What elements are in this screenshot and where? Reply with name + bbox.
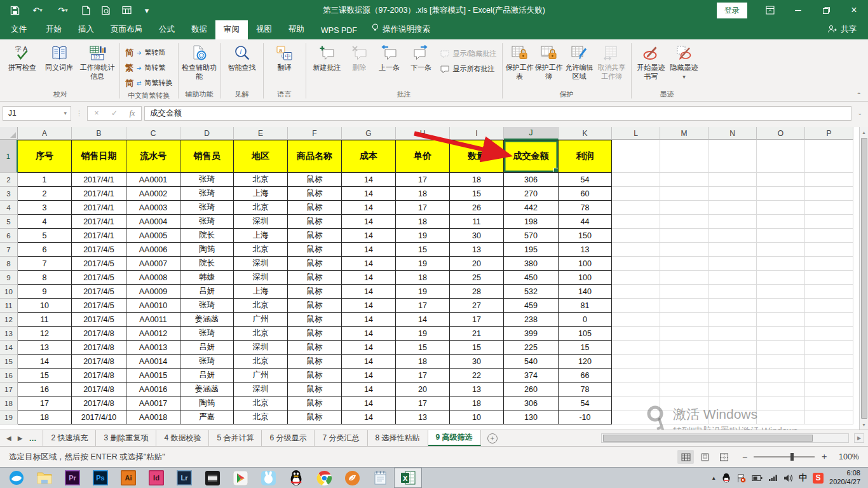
- close-button[interactable]: ×: [840, 0, 868, 20]
- cell-O16[interactable]: [757, 369, 805, 383]
- check-accessibility-button[interactable]: 检查辅助功能: [181, 42, 218, 83]
- cell-E13[interactable]: 北京: [234, 327, 288, 341]
- cell-D4[interactable]: 张琦: [180, 201, 234, 215]
- cell-K12[interactable]: 0: [559, 313, 612, 327]
- column-header-C[interactable]: C: [126, 127, 180, 140]
- taskbar-indesign[interactable]: Id: [142, 468, 170, 488]
- taskbar-chrome[interactable]: [310, 468, 338, 488]
- cell-D10[interactable]: 吕妍: [180, 285, 234, 299]
- cell-G14[interactable]: 14: [342, 341, 396, 355]
- cell-G9[interactable]: 14: [342, 271, 396, 285]
- cell-L7[interactable]: [612, 243, 660, 257]
- cell-N3[interactable]: [709, 187, 757, 201]
- cell-O17[interactable]: [757, 383, 805, 396]
- cell-A16[interactable]: 15: [18, 369, 72, 383]
- cell-B17[interactable]: 2017/4/8: [72, 383, 126, 396]
- row-header-16[interactable]: 16: [0, 369, 18, 383]
- taskbar-lightroom[interactable]: Lr: [170, 468, 198, 488]
- cell-F13[interactable]: 鼠标: [288, 327, 342, 341]
- cell-J13[interactable]: 399: [504, 327, 559, 341]
- protect-workbook-button[interactable]: 保护工作簿: [534, 42, 564, 83]
- cell-O6[interactable]: [757, 229, 805, 243]
- cell-A3[interactable]: 2: [18, 187, 72, 201]
- workbook-statistics-button[interactable]: 123 工作簿统计信息: [78, 42, 117, 83]
- tab-insert[interactable]: 插入: [70, 20, 102, 39]
- row-header-6[interactable]: 6: [0, 229, 18, 243]
- cell-H4[interactable]: 17: [396, 201, 450, 215]
- tell-me-search[interactable]: 操作说明搜索: [365, 20, 437, 39]
- cell-K17[interactable]: 78: [559, 383, 612, 396]
- cell-O2[interactable]: [757, 173, 805, 187]
- cell-B3[interactable]: 2017/4/1: [72, 187, 126, 201]
- cell-M13[interactable]: [660, 327, 709, 341]
- tray-network-icon[interactable]: [768, 474, 778, 482]
- cell-K10[interactable]: 140: [559, 285, 612, 299]
- cell-P8[interactable]: [805, 257, 853, 271]
- page-layout-view-icon[interactable]: [696, 450, 713, 464]
- cell-L2[interactable]: [612, 173, 660, 187]
- cell-C1[interactable]: 流水号: [126, 140, 180, 173]
- cell-P10[interactable]: [805, 285, 853, 299]
- cell-J19[interactable]: 130: [504, 410, 559, 424]
- row-header-9[interactable]: 9: [0, 271, 18, 285]
- cell-C9[interactable]: AA0008: [126, 271, 180, 285]
- row-header-14[interactable]: 14: [0, 341, 18, 355]
- name-box[interactable]: J1 ▾: [3, 106, 71, 121]
- cell-G4[interactable]: 14: [342, 201, 396, 215]
- cell-I12[interactable]: 17: [450, 313, 504, 327]
- cell-M14[interactable]: [660, 341, 709, 355]
- cell-E11[interactable]: 北京: [234, 299, 288, 313]
- cell-C5[interactable]: AA0004: [126, 215, 180, 229]
- select-all-corner[interactable]: [0, 127, 18, 140]
- cell-A9[interactable]: 8: [18, 271, 72, 285]
- tray-clock[interactable]: 6:08 2020/4/27: [829, 469, 860, 487]
- cell-B5[interactable]: 2017/4/1: [72, 215, 126, 229]
- new-comment-button[interactable]: 新建批注: [309, 42, 346, 74]
- cell-E17[interactable]: 深圳: [234, 383, 288, 396]
- cell-A1[interactable]: 序号: [18, 140, 72, 173]
- cell-K13[interactable]: 105: [559, 327, 612, 341]
- cell-I5[interactable]: 11: [450, 215, 504, 229]
- column-header-J[interactable]: J: [504, 127, 559, 140]
- cell-L1[interactable]: [612, 140, 660, 173]
- cell-F16[interactable]: 鼠标: [288, 369, 342, 383]
- cell-L15[interactable]: [612, 355, 660, 369]
- cell-D2[interactable]: 张琦: [180, 173, 234, 187]
- cell-I15[interactable]: 30: [450, 355, 504, 369]
- cell-L12[interactable]: [612, 313, 660, 327]
- cell-L19[interactable]: [612, 410, 660, 424]
- row-header-17[interactable]: 17: [0, 383, 18, 396]
- save-icon[interactable]: [9, 4, 20, 16]
- cell-F9[interactable]: 鼠标: [288, 271, 342, 285]
- tab-review[interactable]: 审阅: [215, 20, 248, 39]
- cell-N7[interactable]: [709, 243, 757, 257]
- cell-H9[interactable]: 18: [396, 271, 450, 285]
- cell-E16[interactable]: 广州: [234, 369, 288, 383]
- cell-O5[interactable]: [757, 215, 805, 229]
- row-header-1[interactable]: 1: [0, 140, 18, 173]
- cell-J18[interactable]: 306: [504, 396, 559, 410]
- tab-help[interactable]: 帮助: [280, 20, 313, 39]
- cell-H1[interactable]: 单价: [396, 140, 450, 173]
- cell-G2[interactable]: 14: [342, 173, 396, 187]
- cell-N15[interactable]: [709, 355, 757, 369]
- cell-L17[interactable]: [612, 383, 660, 396]
- sheet-tab-7-分类汇总[interactable]: 7 分类汇总: [315, 430, 367, 446]
- cell-H5[interactable]: 18: [396, 215, 450, 229]
- cell-M16[interactable]: [660, 369, 709, 383]
- smart-lookup-button[interactable]: i 智能查找: [224, 42, 261, 74]
- row-header-10[interactable]: 10: [0, 285, 18, 299]
- cell-G19[interactable]: 14: [342, 410, 396, 424]
- share-button[interactable]: 共享: [816, 20, 868, 39]
- cell-F2[interactable]: 鼠标: [288, 173, 342, 187]
- taskbar-photoshop[interactable]: Ps: [86, 468, 114, 488]
- cell-M9[interactable]: [660, 271, 709, 285]
- cell-K18[interactable]: 54: [559, 396, 612, 410]
- traditional-to-simplified-button[interactable]: 简➔繁转简: [123, 46, 175, 59]
- cell-N8[interactable]: [709, 257, 757, 271]
- cell-E3[interactable]: 上海: [234, 187, 288, 201]
- cell-H13[interactable]: 19: [396, 327, 450, 341]
- row-header-12[interactable]: 12: [0, 313, 18, 327]
- cell-H14[interactable]: 15: [396, 341, 450, 355]
- start-inking-button[interactable]: 开始墨迹书写: [634, 42, 668, 83]
